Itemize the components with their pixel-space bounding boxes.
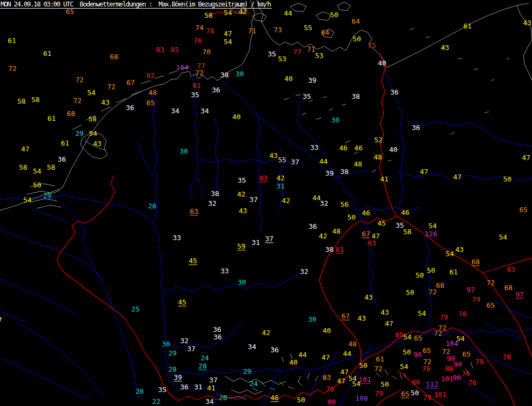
station-value: 34	[200, 108, 209, 114]
station-value: 35	[158, 387, 167, 393]
station-value: 63	[322, 374, 331, 381]
station-value: 54	[224, 10, 232, 16]
station-value: 47	[340, 369, 349, 375]
station-value: 32	[320, 200, 328, 207]
station-value: 30	[238, 279, 246, 286]
station-value: 76	[458, 311, 467, 317]
station-value: 54	[403, 334, 412, 340]
station-value: 76	[502, 354, 511, 360]
station-value: 33	[310, 144, 319, 151]
station-value: 36	[213, 334, 222, 340]
station-value: 37	[187, 346, 196, 352]
station-value: 36	[57, 156, 66, 163]
station-value: 42	[237, 191, 246, 198]
station-value: 71	[307, 46, 315, 53]
station-value: 34	[205, 398, 214, 405]
station-value: 38	[211, 191, 219, 197]
station-value: 30	[179, 148, 188, 155]
station-value: 33	[220, 268, 229, 274]
station-value: 86	[412, 379, 420, 386]
station-value: 50	[411, 390, 419, 396]
station-value: 44	[298, 352, 307, 358]
station-value: 72	[107, 84, 116, 90]
station-value: 65	[146, 100, 155, 106]
station-value: 50	[402, 349, 411, 356]
station-value: 52	[374, 137, 383, 143]
station-value: 30	[331, 117, 340, 124]
station-value: 24	[249, 381, 258, 387]
station-value: 85	[170, 47, 179, 53]
station-value: 54	[400, 364, 408, 370]
station-value: 59	[237, 243, 246, 250]
station-value: 38	[351, 93, 360, 100]
station-value: 47	[0, 317, 2, 323]
station-value: 79	[423, 395, 432, 401]
station-value: 43	[269, 153, 278, 159]
station-value: 45	[178, 299, 186, 306]
station-value: 46	[354, 145, 363, 151]
station-value: 31	[251, 240, 260, 246]
borders-group	[57, 11, 532, 406]
station-value: 97	[515, 292, 524, 298]
station-value: 47	[21, 146, 30, 153]
station-value: 68	[436, 282, 444, 289]
station-value: 43	[357, 315, 366, 322]
station-value: 47	[321, 354, 330, 361]
station-value: 90	[452, 375, 461, 381]
station-value: 83	[156, 47, 164, 53]
station-value: 67	[126, 79, 135, 86]
station-value: 61	[61, 140, 69, 147]
station-value: 37	[291, 159, 299, 165]
station-value: 55	[304, 25, 312, 31]
station-value: 78	[206, 28, 214, 34]
station-value: 42	[282, 198, 290, 204]
station-value: 43	[93, 141, 102, 147]
station-value: 28	[198, 363, 207, 369]
station-value: 76	[326, 386, 334, 393]
station-value: 104	[445, 340, 458, 347]
station-value: 90	[454, 361, 462, 368]
station-value: 79	[475, 359, 484, 365]
station-value: 24	[200, 355, 209, 361]
station-value: 101	[434, 392, 446, 398]
station-value: 74	[195, 25, 204, 31]
station-value: 40	[232, 114, 241, 120]
station-value: 36	[308, 223, 317, 230]
station-value: 72	[75, 77, 84, 83]
station-value: 72	[428, 289, 437, 295]
station-value: 81	[192, 83, 201, 89]
station-value: 54	[418, 310, 426, 317]
station-value: 76	[462, 371, 470, 377]
station-value: 68	[67, 111, 75, 117]
station-value: 58	[19, 164, 27, 171]
station-value: 48	[148, 90, 157, 96]
station-value: 48	[373, 154, 382, 161]
station-value: 64	[351, 18, 360, 25]
station-value: 28	[148, 203, 156, 209]
station-value: 45	[377, 220, 386, 227]
station-value: 50	[380, 381, 389, 388]
station-value: 48	[354, 161, 362, 168]
station-value: 65	[66, 9, 74, 15]
station-value: 30	[235, 71, 244, 77]
station-value: 50	[406, 289, 414, 296]
station-value: 67	[362, 231, 370, 237]
station-value: 47	[337, 378, 346, 385]
station-value: 47	[522, 155, 530, 161]
station-value: 72	[374, 366, 383, 372]
station-value: 37	[209, 377, 218, 383]
station-value: 39	[174, 374, 182, 381]
station-value: 61	[376, 356, 384, 363]
station-value: 35	[303, 93, 311, 100]
station-value: 35	[268, 51, 276, 57]
station-value: 36	[270, 347, 279, 353]
station-value: 36	[212, 87, 220, 93]
station-value: 65	[486, 302, 495, 309]
station-value: 47	[453, 174, 462, 180]
station-value: 26	[219, 395, 227, 401]
station-value: 40	[389, 147, 398, 153]
station-value: 53	[315, 53, 323, 59]
station-value: 72	[73, 98, 82, 104]
weather-map-window: 6561616872726782725472585843365854427478…	[0, 0, 532, 406]
station-value: 34	[171, 108, 179, 114]
